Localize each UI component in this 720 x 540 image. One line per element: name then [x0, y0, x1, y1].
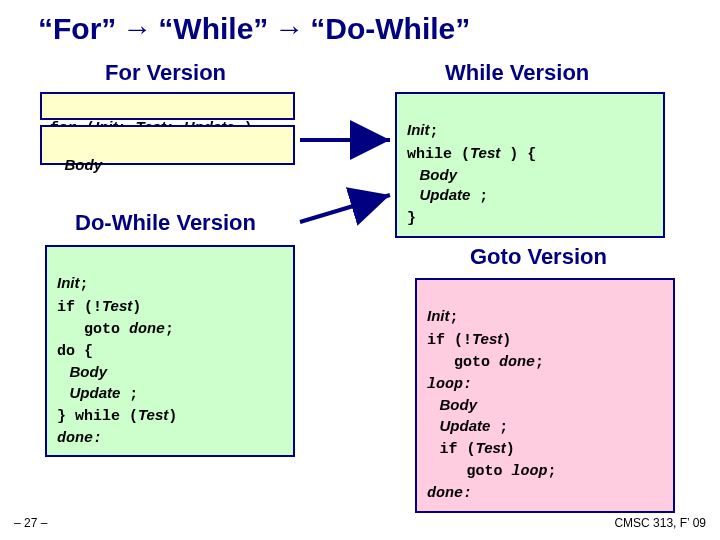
tok-close: ): [502, 332, 511, 349]
page-number: – 27 –: [14, 516, 47, 530]
tok-test: Test: [138, 406, 168, 423]
for-body-box: Body: [40, 125, 295, 165]
heading-goto-version: Goto Version: [470, 244, 607, 270]
heading-while-version: While Version: [445, 60, 589, 86]
tok-semi: ;: [535, 354, 544, 371]
tok-endbrace: }: [407, 210, 416, 227]
tok-semi: ;: [470, 188, 488, 205]
tok-loop: loop: [512, 463, 548, 480]
tok-close: ) {: [500, 146, 536, 163]
kw-while: } while (: [57, 408, 138, 425]
kw-do: do {: [57, 343, 93, 360]
kw-if: if (!: [427, 332, 472, 349]
tok-update: Update: [70, 384, 121, 401]
tok-close: ): [132, 299, 141, 316]
tok-done-label: done:: [57, 430, 102, 447]
tok-update: Update: [420, 186, 471, 203]
kw-goto: goto: [57, 321, 129, 338]
tok-body: Body: [65, 156, 103, 173]
kw-if: if (!: [57, 299, 102, 316]
tok-semi: ;: [80, 276, 89, 293]
heading-for-version: For Version: [105, 60, 226, 86]
tok-body: Body: [70, 363, 108, 380]
tok-loop-label: loop:: [427, 376, 472, 393]
title-part-1: “For”: [38, 12, 116, 46]
course-footer: CMSC 313, F’ 09: [614, 516, 706, 530]
heading-dowhile-version: Do-While Version: [75, 210, 256, 236]
tok-close: ): [506, 441, 515, 458]
kw-while: while (: [407, 146, 470, 163]
kw-goto: goto: [440, 463, 512, 480]
goto-box: Init; if (!Test) goto done; loop: Body U…: [415, 278, 675, 513]
tok-test: Test: [476, 439, 506, 456]
tok-init: Init: [407, 121, 430, 138]
tok-semi: ;: [548, 463, 557, 480]
tok-update: Update: [440, 417, 491, 434]
dowhile-box: Init; if (!Test) goto done; do { Body Up…: [45, 245, 295, 457]
tok-done: done: [499, 354, 535, 371]
tok-test: Test: [472, 330, 502, 347]
tok-init: Init: [57, 274, 80, 291]
tok-test: Test: [470, 144, 500, 161]
arrow-icon: [300, 195, 390, 222]
tok-init: Init: [427, 307, 450, 324]
tok-semi: ;: [450, 309, 459, 326]
tok-test: Test: [102, 297, 132, 314]
for-header-box: for (Init; Test; Update ): [40, 92, 295, 120]
tok-close: ): [168, 408, 177, 425]
tok-done-label: done:: [427, 485, 472, 502]
tok-semi: ;: [120, 386, 138, 403]
tok-semi: ;: [165, 321, 174, 338]
kw-if: if (: [440, 441, 476, 458]
tok-body: Body: [420, 166, 458, 183]
kw-goto: goto: [427, 354, 499, 371]
while-box: Init; while (Test ) { Body Update ; }: [395, 92, 665, 238]
tok-done: done: [129, 321, 165, 338]
title-part-3: “Do-While”: [310, 12, 470, 46]
title-part-2: “While”: [158, 12, 268, 46]
tok-semi: ;: [430, 123, 439, 140]
arrow-icon: →: [122, 12, 152, 46]
arrow-icon: →: [274, 12, 304, 46]
tok-semi: ;: [490, 419, 508, 436]
slide-title: “For” → “While” → “Do-While”: [38, 12, 470, 46]
tok-body: Body: [440, 396, 478, 413]
